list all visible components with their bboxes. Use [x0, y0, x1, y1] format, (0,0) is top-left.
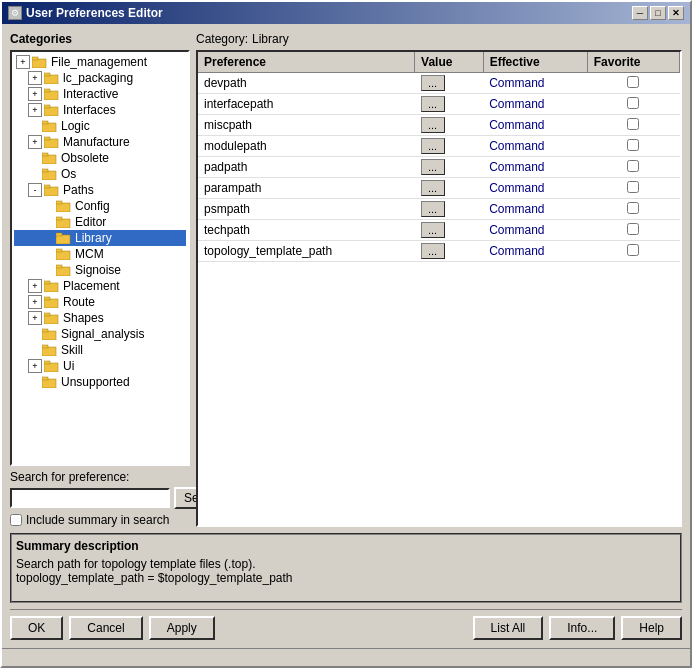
- search-input[interactable]: [10, 488, 170, 508]
- favorite-checkbox-3[interactable]: [627, 139, 639, 151]
- pref-value-5[interactable]: ...: [415, 178, 484, 199]
- pref-value-0[interactable]: ...: [415, 73, 484, 94]
- pref-value-4[interactable]: ...: [415, 157, 484, 178]
- tree-item-signal-analysis[interactable]: Signal_analysis: [14, 326, 186, 342]
- pref-value-8[interactable]: ...: [415, 241, 484, 262]
- expand-ui[interactable]: +: [28, 359, 42, 373]
- tree-item-skill[interactable]: Skill: [14, 342, 186, 358]
- info-button[interactable]: Info...: [549, 616, 615, 640]
- categories-tree[interactable]: + File_management +: [10, 50, 190, 466]
- pref-favorite-0[interactable]: [587, 73, 679, 94]
- list-all-button[interactable]: List All: [473, 616, 544, 640]
- tree-item-obsolete[interactable]: Obsolete: [14, 150, 186, 166]
- tree-item-file-management[interactable]: + File_management: [14, 54, 186, 70]
- col-header-favorite: Favorite: [587, 52, 679, 73]
- tree-item-mcm[interactable]: MCM: [14, 246, 186, 262]
- pref-favorite-7[interactable]: [587, 220, 679, 241]
- favorite-checkbox-7[interactable]: [627, 223, 639, 235]
- expand-interactive[interactable]: +: [28, 87, 42, 101]
- label-ui: Ui: [63, 359, 74, 373]
- pref-effective-2: Command: [483, 115, 587, 136]
- left-panel: Categories + File_management: [10, 32, 190, 527]
- value-button-3[interactable]: ...: [421, 138, 445, 154]
- pref-favorite-8[interactable]: [587, 241, 679, 262]
- value-button-2[interactable]: ...: [421, 117, 445, 133]
- table-row[interactable]: interfacepath ... Command: [198, 94, 680, 115]
- tree-item-shapes[interactable]: + Shapes: [14, 310, 186, 326]
- table-row[interactable]: devpath ... Command: [198, 73, 680, 94]
- expand-lc-packaging[interactable]: +: [28, 71, 42, 85]
- tree-item-placement[interactable]: + Placement: [14, 278, 186, 294]
- table-row[interactable]: topology_template_path ... Command: [198, 241, 680, 262]
- tree-item-editor[interactable]: Editor: [14, 214, 186, 230]
- value-button-7[interactable]: ...: [421, 222, 445, 238]
- expand-shapes[interactable]: +: [28, 311, 42, 325]
- svg-rect-39: [44, 361, 50, 364]
- tree-item-unsupported[interactable]: Unsupported: [14, 374, 186, 390]
- ok-button[interactable]: OK: [10, 616, 63, 640]
- include-summary-checkbox[interactable]: [10, 514, 22, 526]
- tree-item-interactive[interactable]: + Interactive: [14, 86, 186, 102]
- value-button-1[interactable]: ...: [421, 96, 445, 112]
- pref-value-6[interactable]: ...: [415, 199, 484, 220]
- table-row[interactable]: psmpath ... Command: [198, 199, 680, 220]
- cancel-button[interactable]: Cancel: [69, 616, 142, 640]
- pref-name-5: parampath: [198, 178, 415, 199]
- expand-placement[interactable]: +: [28, 279, 42, 293]
- pref-favorite-4[interactable]: [587, 157, 679, 178]
- tree-item-signoise[interactable]: Signoise: [14, 262, 186, 278]
- value-button-5[interactable]: ...: [421, 180, 445, 196]
- pref-value-1[interactable]: ...: [415, 94, 484, 115]
- maximize-button[interactable]: □: [650, 6, 666, 20]
- value-button-4[interactable]: ...: [421, 159, 445, 175]
- tree-item-lc-packaging[interactable]: + lc_packaging: [14, 70, 186, 86]
- favorite-checkbox-2[interactable]: [627, 118, 639, 130]
- svg-rect-0: [32, 59, 46, 68]
- value-button-8[interactable]: ...: [421, 243, 445, 259]
- expand-route[interactable]: +: [28, 295, 42, 309]
- pref-name-8: topology_template_path: [198, 241, 415, 262]
- apply-button[interactable]: Apply: [149, 616, 215, 640]
- tree-item-route[interactable]: + Route: [14, 294, 186, 310]
- tree-item-library[interactable]: Library: [14, 230, 186, 246]
- tree-item-manufacture[interactable]: + Manufacture: [14, 134, 186, 150]
- help-button[interactable]: Help: [621, 616, 682, 640]
- close-button[interactable]: ✕: [668, 6, 684, 20]
- favorite-checkbox-4[interactable]: [627, 160, 639, 172]
- expand-file-management[interactable]: +: [16, 55, 30, 69]
- pref-favorite-2[interactable]: [587, 115, 679, 136]
- pref-value-7[interactable]: ...: [415, 220, 484, 241]
- tree-item-logic[interactable]: Logic: [14, 118, 186, 134]
- table-row[interactable]: techpath ... Command: [198, 220, 680, 241]
- pref-value-2[interactable]: ...: [415, 115, 484, 136]
- favorite-checkbox-8[interactable]: [627, 244, 639, 256]
- table-row[interactable]: parampath ... Command: [198, 178, 680, 199]
- pref-favorite-1[interactable]: [587, 94, 679, 115]
- table-row[interactable]: padpath ... Command: [198, 157, 680, 178]
- value-button-0[interactable]: ...: [421, 75, 445, 91]
- minimize-button[interactable]: ─: [632, 6, 648, 20]
- favorite-checkbox-0[interactable]: [627, 76, 639, 88]
- tree-item-ui[interactable]: + Ui: [14, 358, 186, 374]
- expand-paths[interactable]: -: [28, 183, 42, 197]
- value-button-6[interactable]: ...: [421, 201, 445, 217]
- tree-item-config[interactable]: Config: [14, 198, 186, 214]
- label-interfaces: Interfaces: [63, 103, 116, 117]
- favorite-checkbox-5[interactable]: [627, 181, 639, 193]
- pref-value-3[interactable]: ...: [415, 136, 484, 157]
- svg-rect-12: [42, 155, 56, 164]
- svg-rect-23: [56, 233, 62, 236]
- pref-favorite-6[interactable]: [587, 199, 679, 220]
- tree-item-os[interactable]: Os: [14, 166, 186, 182]
- pref-favorite-5[interactable]: [587, 178, 679, 199]
- table-row[interactable]: modulepath ... Command: [198, 136, 680, 157]
- favorite-checkbox-6[interactable]: [627, 202, 639, 214]
- table-row[interactable]: miscpath ... Command: [198, 115, 680, 136]
- pref-favorite-3[interactable]: [587, 136, 679, 157]
- tree-item-paths[interactable]: - Paths: [14, 182, 186, 198]
- expand-manufacture[interactable]: +: [28, 135, 42, 149]
- expand-interfaces[interactable]: +: [28, 103, 42, 117]
- tree-item-interfaces[interactable]: + Interfaces: [14, 102, 186, 118]
- favorite-checkbox-1[interactable]: [627, 97, 639, 109]
- preferences-table-container[interactable]: Preference Value Effective Favorite devp…: [196, 50, 682, 527]
